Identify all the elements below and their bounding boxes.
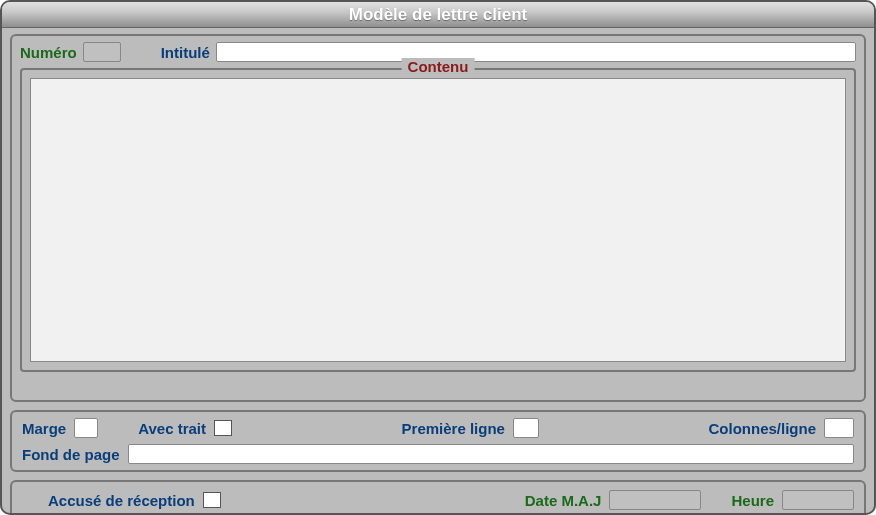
marge-field[interactable] (74, 418, 98, 438)
heure-label: Heure (731, 492, 774, 509)
row-fond-page: Fond de page (22, 444, 854, 464)
window-body: Numéro Intitulé Contenu Marge Avec trait (2, 28, 874, 515)
avec-trait-label: Avec trait (138, 420, 206, 437)
panel-footer: Accusé de réception Date M.A.J Heure (10, 480, 866, 515)
panel-layout: Marge Avec trait Première ligne Colonnes… (10, 410, 866, 472)
premiere-ligne-field[interactable] (513, 418, 539, 438)
intitule-label: Intitulé (161, 44, 210, 61)
window-title: Modèle de lettre client (349, 5, 528, 24)
marge-label: Marge (22, 420, 66, 437)
avec-trait-checkbox[interactable] (214, 420, 232, 436)
date-maj-label: Date M.A.J (525, 492, 602, 509)
panel-header: Numéro Intitulé Contenu (10, 34, 866, 402)
window-frame: Modèle de lettre client Numéro Intitulé … (0, 0, 876, 515)
fond-page-field[interactable] (128, 444, 855, 464)
row-layout-options: Marge Avec trait Première ligne Colonnes… (22, 418, 854, 438)
intitule-field[interactable] (216, 42, 856, 62)
contenu-legend: Contenu (402, 58, 475, 75)
title-bar: Modèle de lettre client (2, 2, 874, 28)
contenu-fieldset: Contenu (20, 68, 856, 372)
accuse-checkbox[interactable] (203, 492, 221, 508)
date-maj-field[interactable] (609, 490, 701, 510)
numero-label: Numéro (20, 44, 77, 61)
heure-field[interactable] (782, 490, 854, 510)
premiere-ligne-label: Première ligne (402, 420, 505, 437)
colonnes-ligne-label: Colonnes/ligne (708, 420, 816, 437)
contenu-textarea[interactable] (30, 78, 846, 362)
colonnes-ligne-field[interactable] (824, 418, 854, 438)
contenu-box (20, 68, 856, 372)
accuse-label: Accusé de réception (48, 492, 195, 509)
numero-field[interactable] (83, 42, 121, 62)
fond-page-label: Fond de page (22, 446, 120, 463)
